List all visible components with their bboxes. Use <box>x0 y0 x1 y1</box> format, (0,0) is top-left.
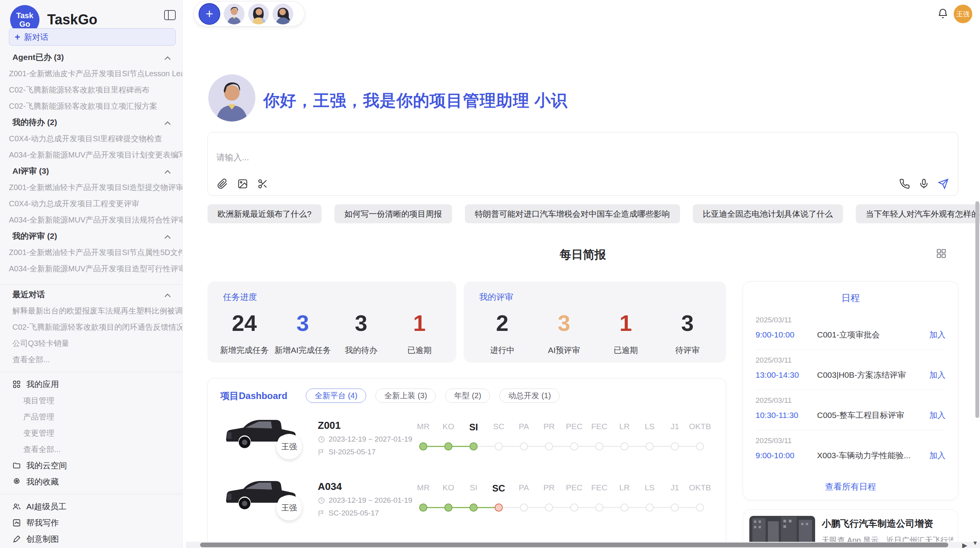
microphone-icon[interactable] <box>918 178 929 189</box>
chat-item[interactable]: C02-飞腾新能源轻客改款项目立项汇报方案 <box>0 98 182 114</box>
voice-call-icon[interactable] <box>899 178 910 189</box>
project-flag-date: SI-2025-05-17 <box>318 448 375 456</box>
milestone-label: J1 <box>662 483 687 494</box>
milestone-label: SI <box>461 483 486 494</box>
stat-value: 3 <box>657 305 719 341</box>
milestone-label: LS <box>637 483 662 494</box>
chat-input[interactable] <box>216 152 836 163</box>
milestone-label: J1 <box>662 422 687 433</box>
chat-item[interactable]: A034-全新新能源MUV产品开发项目造型可行性评审 <box>0 260 182 277</box>
project-row[interactable]: 王强 A034 2023-12-19 ~ 2026-01-19 SC-2025-… <box>208 471 726 529</box>
flag-icon <box>318 449 325 456</box>
event-date: 2025/03/11 <box>756 356 946 365</box>
attachment-icon[interactable] <box>217 178 228 189</box>
sidebar-item-favorites[interactable]: 我的收藏 <box>0 474 182 490</box>
suggestion-chip[interactable]: 如何写一份清晰的项目周报 <box>334 204 452 223</box>
section-my-review[interactable]: 我的评审 (2) <box>0 228 182 244</box>
section-my-todo[interactable]: 我的待办 (2) <box>0 114 182 130</box>
tab-new-body[interactable]: 全新上装 (3) <box>375 389 436 403</box>
schedule-entry[interactable]: 2025/03/11 9:00-10:00 X003-车辆动力学性能验... 加… <box>756 430 946 470</box>
recent-chat-item[interactable]: 解释最新出台的欧盟报废车法规再生塑料比例被调至15%... <box>0 303 182 319</box>
add-agent-button[interactable]: + <box>199 3 220 25</box>
join-link[interactable]: 加入 <box>929 450 946 461</box>
dashboard-title: 项目Dashboard <box>220 390 287 402</box>
sidebar-item-product-mgmt[interactable]: 产品管理 <box>0 409 182 425</box>
plus-icon: + <box>15 32 20 43</box>
schedule-entry[interactable]: 2025/03/11 13:00-14:30 C003|H0B-方案冻结评审 加… <box>756 350 946 390</box>
event-time: 10:30-11:30 <box>756 411 817 420</box>
sidebar-item-project-mgmt[interactable]: 项目管理 <box>0 392 182 409</box>
chat-item[interactable]: Z001-全新燃油轻卡产品开发项目SI造型提交物评审 <box>0 179 182 195</box>
schedule-entry[interactable]: 2025/03/11 10:30-11:30 C005-整车工程目标评审 加入 <box>756 390 946 430</box>
project-flag-date: SC-2025-05-17 <box>318 509 379 517</box>
sidebar-item-change-mgmt[interactable]: 变更管理 <box>0 425 182 441</box>
chat-item[interactable]: C0X4-动力总成开发项目SI里程碑提交物检查 <box>0 130 182 147</box>
flag-icon <box>318 510 325 517</box>
send-icon[interactable] <box>938 178 949 189</box>
chevron-up-icon[interactable] <box>164 166 171 176</box>
news-title: 小鹏飞行汽车制造公司增资 <box>822 517 933 530</box>
sidebar-collapse-icon[interactable] <box>164 10 176 20</box>
apps-view-all[interactable]: 查看全部... <box>0 441 182 457</box>
chevron-up-icon[interactable] <box>164 118 171 127</box>
briefing-layout-icon[interactable] <box>936 248 947 259</box>
join-link[interactable]: 加入 <box>929 329 946 340</box>
user-avatar[interactable]: 王强 <box>954 5 972 23</box>
scroll-down-arrow[interactable]: ▼ <box>972 539 978 546</box>
chevron-up-icon[interactable] <box>164 53 171 62</box>
sidebar-item-my-apps[interactable]: 我的应用 <box>0 376 182 392</box>
tab-new-platform[interactable]: 全新平台 (4) <box>306 389 366 403</box>
chat-item[interactable]: C02-飞腾新能源轻客改款项目里程碑画布 <box>0 82 182 98</box>
recent-chat-item[interactable]: 公司Q3轻卡销量 <box>0 335 182 351</box>
recent-chat-item[interactable]: C02-飞腾新能源轻客改款项目的闭环通告反馈情况 <box>0 319 182 335</box>
avatar[interactable] <box>272 3 293 24</box>
avatar[interactable] <box>248 3 269 24</box>
chat-item[interactable]: C0X4-动力总成开发项目工程变更评审 <box>0 195 182 212</box>
assistant-avatar <box>208 74 255 122</box>
project-row[interactable]: 王强 Z001 2023-12-19 ~ 2027-01-19 SI-2025-… <box>208 409 726 468</box>
agent-avatar-group: + <box>194 1 305 26</box>
suggestion-chip[interactable]: 特朗普可能对进口汽车增税会对中国车企造成哪些影响 <box>465 204 680 223</box>
milestone-timeline: MR KO SI SC PA PR PEC FEC LR LS J1 OKTB <box>411 471 713 529</box>
chat-item[interactable]: Z001-全新燃油皮卡产品开发项目SI节点Lesson Learn报告 <box>0 65 182 82</box>
suggestion-chip[interactable]: 当下年轻人对汽车外观有怎样的喜好趋势 <box>856 204 980 223</box>
image-upload-icon[interactable] <box>237 178 248 189</box>
event-time: 9:00-10:00 <box>756 330 817 339</box>
chat-item[interactable]: A034-全新新能源MUV产品开发项目计划变更表编写 <box>0 147 182 163</box>
new-chat-button[interactable]: + 新对话 <box>9 28 176 46</box>
chat-item[interactable]: Z001-全新燃油轻卡产品开发项目SI节点属性5D文件评审 <box>0 244 182 260</box>
tab-powertrain[interactable]: 动总开发 (1) <box>499 389 560 403</box>
tab-year-model[interactable]: 年型 (2) <box>445 389 490 403</box>
vertical-scrollbar[interactable] <box>975 201 979 418</box>
join-link[interactable]: 加入 <box>929 410 946 421</box>
sidebar-item-creative-draw[interactable]: 创意制图 <box>0 531 182 547</box>
stat-label: AI预评审 <box>533 345 595 356</box>
notification-bell-icon[interactable] <box>937 8 949 20</box>
chat-item[interactable]: A034-全新新能源MUV产品开发项目法规符合性评审 <box>0 212 182 228</box>
sidebar-item-cloud-space[interactable]: 我的云空间 <box>0 457 182 474</box>
section-recent-chats[interactable]: 最近对话 <box>0 286 182 303</box>
scroll-right-arrow[interactable]: ▶ <box>962 541 967 548</box>
horizontal-scrollbar[interactable] <box>200 543 948 547</box>
project-dashboard-card: 项目Dashboard 全新平台 (4) 全新上装 (3) 年型 (2) 动总开… <box>207 378 726 548</box>
stat-label: 新增完成任务 <box>215 345 274 356</box>
divider <box>0 284 182 285</box>
event-title: X003-车辆动力学性能验... <box>817 450 929 461</box>
sidebar-item-help-write[interactable]: 帮我写作 <box>0 515 182 531</box>
section-ai-review[interactable]: AI评审 (3) <box>0 163 182 179</box>
sidebar-item-ai-employee[interactable]: AI超级员工 <box>0 498 182 515</box>
view-all-schedule-link[interactable]: 查看所有日程 <box>743 481 958 493</box>
chevron-up-icon[interactable] <box>164 231 171 241</box>
suggestion-chip[interactable]: 欧洲新规最近颁布了什么? <box>207 204 322 223</box>
schedule-title: 日程 <box>743 292 958 304</box>
recent-view-all[interactable]: 查看全部... <box>0 351 182 368</box>
scissors-icon[interactable] <box>257 178 268 189</box>
milestone-label: PEC <box>562 422 587 433</box>
chevron-up-icon[interactable] <box>164 290 171 299</box>
join-link[interactable]: 加入 <box>929 370 946 380</box>
project-name: A034 <box>318 481 342 493</box>
section-agent-done[interactable]: Agent已办 (3) <box>0 49 182 65</box>
schedule-entry[interactable]: 2025/03/11 9:00-10:00 C001-立项审批会 加入 <box>756 310 946 350</box>
suggestion-chip[interactable]: 比亚迪全固态电池计划具体说了什么 <box>693 204 843 223</box>
avatar[interactable] <box>224 3 245 24</box>
